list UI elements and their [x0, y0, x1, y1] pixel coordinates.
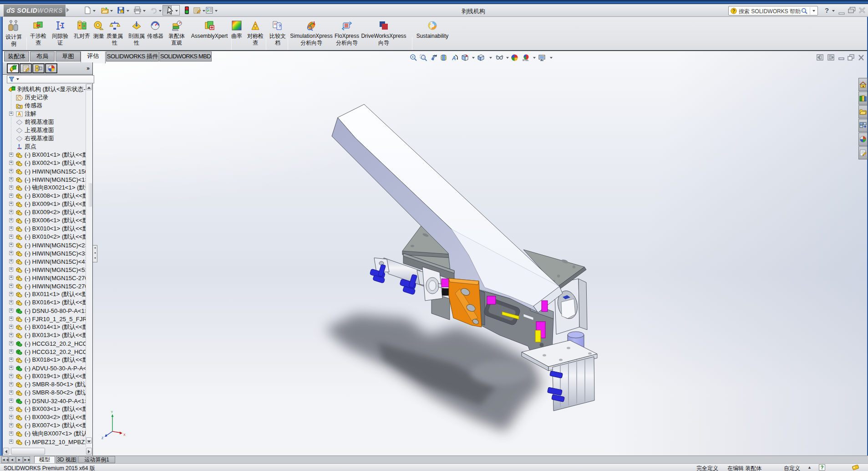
svg-text:?: ?: [732, 9, 735, 14]
svg-text:?: ?: [279, 24, 281, 28]
svg-text:A: A: [18, 112, 21, 117]
svg-text:X: X: [123, 433, 126, 436]
svg-text:Z: Z: [102, 436, 104, 440]
svg-text:Y: Y: [111, 410, 113, 414]
